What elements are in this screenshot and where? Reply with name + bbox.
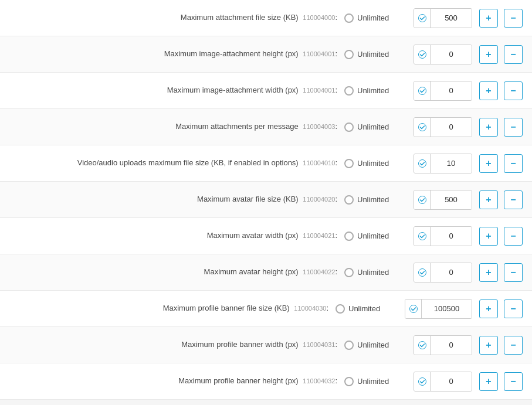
check-icon[interactable] (414, 372, 431, 391)
unlimited-radio[interactable] (344, 122, 354, 132)
unlimited-toggle[interactable]: Unlimited (344, 122, 409, 132)
number-input[interactable] (431, 9, 472, 28)
unlimited-radio[interactable] (344, 86, 354, 96)
unlimited-toggle[interactable]: Unlimited (344, 13, 409, 23)
decrement-button[interactable]: − (504, 154, 523, 173)
number-input[interactable] (422, 300, 472, 318)
decrement-button[interactable]: − (504, 227, 523, 246)
unlimited-radio[interactable] (344, 268, 354, 277)
unlimited-radio[interactable] (344, 377, 354, 386)
number-input[interactable] (431, 190, 472, 209)
check-icon[interactable] (414, 81, 431, 100)
setting-id: 110004001 (303, 87, 335, 94)
decrement-button[interactable]: − (504, 263, 523, 282)
unlimited-toggle[interactable]: Unlimited (344, 195, 409, 205)
unlimited-toggle[interactable]: Unlimited (344, 86, 409, 96)
unlimited-label: Unlimited (357, 195, 389, 204)
number-control (414, 154, 472, 173)
decrement-button[interactable]: − (504, 81, 523, 100)
increment-button[interactable]: + (479, 45, 498, 64)
unlimited-label: Unlimited (357, 13, 389, 22)
check-icon[interactable] (405, 300, 422, 318)
unlimited-label: Unlimited (357, 232, 389, 240)
setting-id: 110004021 (303, 232, 335, 239)
row-image-height: Maximum image-attachment height (px) 110… (0, 36, 532, 73)
number-input[interactable] (431, 45, 472, 64)
check-icon[interactable] (414, 45, 431, 64)
unlimited-radio[interactable] (344, 50, 354, 59)
unlimited-toggle[interactable]: Unlimited (344, 159, 409, 168)
unlimited-radio[interactable] (344, 341, 354, 350)
check-icon[interactable] (414, 154, 431, 173)
number-input[interactable] (431, 81, 472, 100)
number-input[interactable] (431, 227, 472, 246)
number-input[interactable] (431, 118, 472, 137)
unlimited-label: Unlimited (348, 304, 380, 313)
row-banner-height: Maximum profile banner height (px) 11000… (0, 363, 532, 400)
check-icon[interactable] (414, 9, 431, 28)
unlimited-toggle[interactable]: Unlimited (344, 50, 409, 59)
unlimited-radio[interactable] (344, 195, 354, 205)
unlimited-label: Unlimited (357, 377, 389, 386)
unlimited-radio[interactable] (344, 232, 354, 241)
increment-button[interactable]: + (479, 81, 498, 100)
row-avatar-width: Maximum avatar width (px) 110004021: Unl… (0, 218, 532, 254)
check-icon[interactable] (414, 118, 431, 137)
row-controls: Unlimited + − (336, 299, 523, 319)
increment-button[interactable]: + (479, 154, 498, 173)
decrement-button[interactable]: − (504, 372, 523, 391)
setting-id: 110004030 (294, 305, 326, 312)
unlimited-label: Unlimited (357, 159, 389, 168)
setting-id: 110004031 (303, 341, 335, 348)
increment-button[interactable]: + (479, 336, 498, 355)
unlimited-radio[interactable] (336, 304, 345, 314)
setting-id: 110004020 (303, 196, 335, 203)
svg-point-5 (418, 196, 426, 203)
increment-button[interactable]: + (479, 190, 498, 209)
increment-button[interactable]: + (479, 227, 498, 246)
decrement-button[interactable]: − (504, 45, 523, 64)
setting-id: 110004001 (303, 50, 335, 57)
number-input[interactable] (431, 263, 472, 282)
unlimited-radio[interactable] (344, 159, 354, 168)
number-control (414, 8, 472, 28)
row-controls: Unlimited + − (344, 190, 523, 210)
decrement-button[interactable]: − (504, 300, 523, 318)
decrement-button[interactable]: − (504, 336, 523, 355)
number-input[interactable] (431, 372, 472, 391)
settings-container: Maximum attachment file size (KB) 110004… (0, 0, 532, 405)
row-controls: Unlimited + − (344, 154, 523, 173)
unlimited-toggle[interactable]: Unlimited (344, 377, 409, 386)
row-label: Maximum attachment file size (KB) 110004… (9, 12, 344, 23)
number-input[interactable] (431, 154, 472, 173)
number-input[interactable] (431, 336, 472, 355)
increment-button[interactable]: + (479, 118, 498, 137)
svg-point-10 (418, 377, 426, 385)
increment-button[interactable]: + (479, 9, 498, 28)
number-control (405, 299, 472, 319)
decrement-button[interactable]: − (504, 118, 523, 137)
check-icon[interactable] (414, 336, 431, 355)
number-control (414, 81, 472, 101)
increment-button[interactable]: + (479, 372, 498, 391)
row-label: Video/audio uploads maximum file size (K… (9, 158, 344, 168)
number-control (414, 335, 472, 355)
setting-id: 110004010 (303, 159, 335, 166)
unlimited-toggle[interactable]: Unlimited (336, 304, 400, 314)
check-icon[interactable] (414, 263, 431, 282)
unlimited-toggle[interactable]: Unlimited (344, 232, 409, 241)
increment-button[interactable]: + (479, 263, 498, 282)
unlimited-toggle[interactable]: Unlimited (344, 268, 409, 277)
row-avatar-size: Maximum avatar file size (KB) 110004020:… (0, 182, 532, 218)
check-icon[interactable] (414, 227, 431, 246)
unlimited-radio[interactable] (344, 13, 354, 23)
svg-point-8 (409, 305, 417, 312)
unlimited-toggle[interactable]: Unlimited (344, 341, 409, 350)
svg-point-7 (418, 268, 426, 276)
decrement-button[interactable]: − (504, 190, 523, 209)
increment-button[interactable]: + (479, 300, 498, 318)
svg-point-9 (418, 341, 426, 349)
check-icon[interactable] (414, 190, 431, 209)
decrement-button[interactable]: − (504, 9, 523, 28)
row-label: Maximum image-attachment height (px) 110… (9, 49, 344, 59)
